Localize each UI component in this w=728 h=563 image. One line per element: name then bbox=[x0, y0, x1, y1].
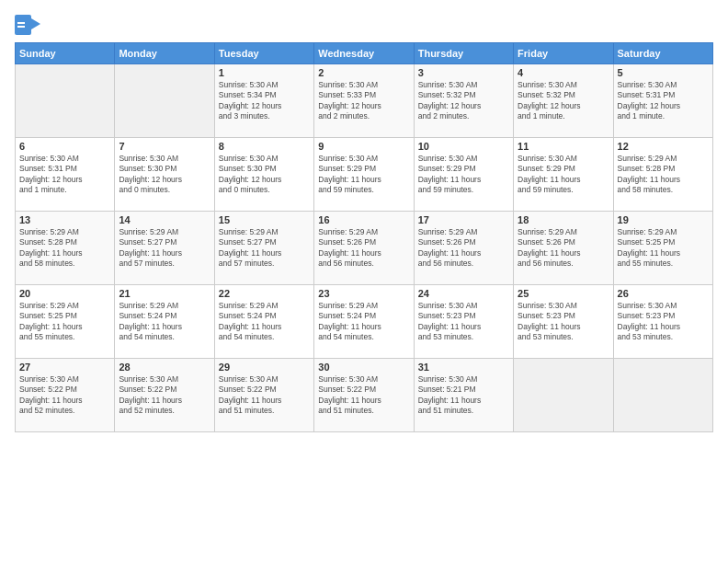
day-info: Sunrise: 5:30 AMSunset: 5:22 PMDaylight:… bbox=[119, 374, 210, 417]
svg-rect-2 bbox=[17, 22, 25, 24]
day-info: Sunrise: 5:30 AMSunset: 5:29 PMDaylight:… bbox=[318, 154, 409, 196]
day-number: 9 bbox=[318, 141, 409, 152]
day-number: 11 bbox=[518, 141, 609, 152]
calendar-cell: 27Sunrise: 5:30 AMSunset: 5:22 PMDayligh… bbox=[16, 359, 115, 432]
calendar-cell: 2Sunrise: 5:30 AMSunset: 5:33 PMDaylight… bbox=[314, 64, 414, 138]
header-row: SundayMondayTuesdayWednesdayThursdayFrid… bbox=[16, 43, 713, 64]
day-number: 16 bbox=[318, 214, 409, 225]
day-number: 17 bbox=[418, 214, 509, 225]
calendar-cell: 4Sunrise: 5:30 AMSunset: 5:32 PMDaylight… bbox=[514, 64, 613, 138]
day-of-week-friday: Friday bbox=[514, 43, 613, 64]
calendar-cell: 22Sunrise: 5:29 AMSunset: 5:24 PMDayligh… bbox=[214, 285, 313, 359]
calendar-cell: 6Sunrise: 5:30 AMSunset: 5:31 PMDaylight… bbox=[16, 138, 115, 212]
calendar-week-3: 13Sunrise: 5:29 AMSunset: 5:28 PMDayligh… bbox=[16, 212, 713, 285]
calendar-cell: 28Sunrise: 5:30 AMSunset: 5:22 PMDayligh… bbox=[115, 359, 214, 432]
svg-marker-1 bbox=[31, 18, 40, 29]
logo-icon bbox=[15, 15, 40, 35]
svg-rect-3 bbox=[17, 26, 25, 28]
day-of-week-saturday: Saturday bbox=[613, 43, 712, 64]
calendar-cell: 16Sunrise: 5:29 AMSunset: 5:26 PMDayligh… bbox=[314, 212, 414, 285]
day-info: Sunrise: 5:30 AMSunset: 5:32 PMDaylight:… bbox=[518, 80, 609, 122]
day-info: Sunrise: 5:30 AMSunset: 5:22 PMDaylight:… bbox=[318, 374, 409, 417]
calendar-cell: 24Sunrise: 5:30 AMSunset: 5:23 PMDayligh… bbox=[414, 285, 513, 359]
day-number: 24 bbox=[418, 288, 509, 299]
day-info: Sunrise: 5:29 AMSunset: 5:24 PMDaylight:… bbox=[119, 301, 210, 343]
calendar-cell: 19Sunrise: 5:29 AMSunset: 5:25 PMDayligh… bbox=[613, 212, 712, 285]
day-info: Sunrise: 5:30 AMSunset: 5:23 PMDaylight:… bbox=[518, 301, 609, 343]
calendar-cell: 5Sunrise: 5:30 AMSunset: 5:31 PMDaylight… bbox=[613, 64, 712, 138]
day-info: Sunrise: 5:30 AMSunset: 5:21 PMDaylight:… bbox=[418, 374, 509, 417]
calendar-body: 1Sunrise: 5:30 AMSunset: 5:34 PMDaylight… bbox=[16, 64, 713, 432]
calendar-cell: 20Sunrise: 5:29 AMSunset: 5:25 PMDayligh… bbox=[16, 285, 115, 359]
day-number: 20 bbox=[19, 288, 110, 299]
day-info: Sunrise: 5:30 AMSunset: 5:30 PMDaylight:… bbox=[119, 154, 210, 196]
day-number: 2 bbox=[318, 67, 409, 78]
day-number: 1 bbox=[219, 67, 310, 78]
calendar-cell: 25Sunrise: 5:30 AMSunset: 5:23 PMDayligh… bbox=[514, 285, 613, 359]
day-number: 25 bbox=[518, 288, 609, 299]
day-number: 4 bbox=[518, 67, 609, 78]
day-info: Sunrise: 5:30 AMSunset: 5:23 PMDaylight:… bbox=[418, 301, 509, 343]
calendar-cell: 23Sunrise: 5:29 AMSunset: 5:24 PMDayligh… bbox=[314, 285, 414, 359]
calendar-cell bbox=[115, 64, 214, 138]
day-of-week-tuesday: Tuesday bbox=[214, 43, 313, 64]
calendar-cell bbox=[613, 359, 712, 432]
day-info: Sunrise: 5:29 AMSunset: 5:26 PMDaylight:… bbox=[518, 227, 609, 270]
day-number: 15 bbox=[219, 214, 310, 225]
calendar-cell: 1Sunrise: 5:30 AMSunset: 5:34 PMDaylight… bbox=[214, 64, 313, 138]
calendar-cell: 3Sunrise: 5:30 AMSunset: 5:32 PMDaylight… bbox=[414, 64, 513, 138]
calendar-cell: 12Sunrise: 5:29 AMSunset: 5:28 PMDayligh… bbox=[613, 138, 712, 212]
day-number: 3 bbox=[418, 67, 509, 78]
calendar-table: SundayMondayTuesdayWednesdayThursdayFrid… bbox=[15, 42, 713, 432]
day-info: Sunrise: 5:29 AMSunset: 5:24 PMDaylight:… bbox=[318, 301, 409, 343]
day-number: 26 bbox=[618, 288, 709, 299]
day-info: Sunrise: 5:29 AMSunset: 5:27 PMDaylight:… bbox=[219, 227, 310, 270]
day-info: Sunrise: 5:30 AMSunset: 5:31 PMDaylight:… bbox=[19, 154, 110, 196]
day-number: 21 bbox=[119, 288, 210, 299]
day-info: Sunrise: 5:30 AMSunset: 5:23 PMDaylight:… bbox=[618, 301, 709, 343]
day-info: Sunrise: 5:30 AMSunset: 5:29 PMDaylight:… bbox=[418, 154, 509, 196]
svg-rect-0 bbox=[15, 15, 31, 35]
calendar-cell: 26Sunrise: 5:30 AMSunset: 5:23 PMDayligh… bbox=[613, 285, 712, 359]
calendar-week-1: 1Sunrise: 5:30 AMSunset: 5:34 PMDaylight… bbox=[16, 64, 713, 138]
day-number: 22 bbox=[219, 288, 310, 299]
day-number: 13 bbox=[19, 214, 110, 225]
day-number: 23 bbox=[318, 288, 409, 299]
calendar-week-5: 27Sunrise: 5:30 AMSunset: 5:22 PMDayligh… bbox=[16, 359, 713, 432]
day-info: Sunrise: 5:29 AMSunset: 5:28 PMDaylight:… bbox=[618, 154, 709, 196]
day-info: Sunrise: 5:30 AMSunset: 5:29 PMDaylight:… bbox=[518, 154, 609, 196]
calendar-cell: 30Sunrise: 5:30 AMSunset: 5:22 PMDayligh… bbox=[314, 359, 414, 432]
day-info: Sunrise: 5:29 AMSunset: 5:25 PMDaylight:… bbox=[19, 301, 110, 343]
header bbox=[15, 15, 713, 35]
calendar-cell: 17Sunrise: 5:29 AMSunset: 5:26 PMDayligh… bbox=[414, 212, 513, 285]
day-number: 29 bbox=[219, 362, 310, 373]
calendar-cell bbox=[16, 64, 115, 138]
day-number: 30 bbox=[318, 362, 409, 373]
calendar-week-4: 20Sunrise: 5:29 AMSunset: 5:25 PMDayligh… bbox=[16, 285, 713, 359]
day-of-week-wednesday: Wednesday bbox=[314, 43, 414, 64]
calendar-cell: 18Sunrise: 5:29 AMSunset: 5:26 PMDayligh… bbox=[514, 212, 613, 285]
day-number: 31 bbox=[418, 362, 509, 373]
logo bbox=[15, 15, 42, 35]
day-info: Sunrise: 5:30 AMSunset: 5:22 PMDaylight:… bbox=[19, 374, 110, 417]
day-number: 7 bbox=[119, 141, 210, 152]
calendar-cell: 13Sunrise: 5:29 AMSunset: 5:28 PMDayligh… bbox=[16, 212, 115, 285]
day-info: Sunrise: 5:29 AMSunset: 5:26 PMDaylight:… bbox=[318, 227, 409, 270]
day-number: 19 bbox=[618, 214, 709, 225]
calendar-cell: 9Sunrise: 5:30 AMSunset: 5:29 PMDaylight… bbox=[314, 138, 414, 212]
day-info: Sunrise: 5:30 AMSunset: 5:22 PMDaylight:… bbox=[219, 374, 310, 417]
calendar-header: SundayMondayTuesdayWednesdayThursdayFrid… bbox=[16, 43, 713, 64]
day-info: Sunrise: 5:29 AMSunset: 5:26 PMDaylight:… bbox=[418, 227, 509, 270]
day-info: Sunrise: 5:29 AMSunset: 5:24 PMDaylight:… bbox=[219, 301, 310, 343]
calendar-cell: 14Sunrise: 5:29 AMSunset: 5:27 PMDayligh… bbox=[115, 212, 214, 285]
day-of-week-thursday: Thursday bbox=[414, 43, 513, 64]
day-number: 18 bbox=[518, 214, 609, 225]
day-info: Sunrise: 5:30 AMSunset: 5:33 PMDaylight:… bbox=[318, 80, 409, 122]
calendar-cell: 31Sunrise: 5:30 AMSunset: 5:21 PMDayligh… bbox=[414, 359, 513, 432]
calendar-cell: 21Sunrise: 5:29 AMSunset: 5:24 PMDayligh… bbox=[115, 285, 214, 359]
calendar-week-2: 6Sunrise: 5:30 AMSunset: 5:31 PMDaylight… bbox=[16, 138, 713, 212]
day-info: Sunrise: 5:30 AMSunset: 5:32 PMDaylight:… bbox=[418, 80, 509, 122]
day-info: Sunrise: 5:30 AMSunset: 5:31 PMDaylight:… bbox=[618, 80, 709, 122]
day-number: 14 bbox=[119, 214, 210, 225]
day-info: Sunrise: 5:30 AMSunset: 5:34 PMDaylight:… bbox=[219, 80, 310, 122]
